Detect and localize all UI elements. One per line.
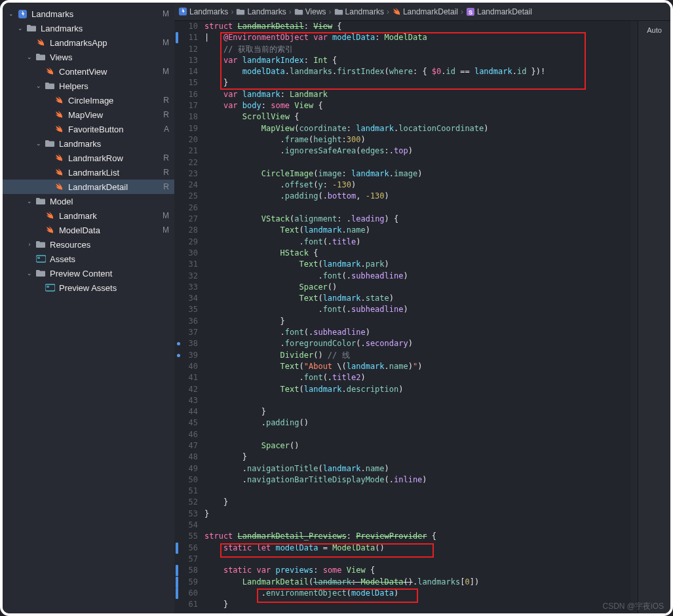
code-line[interactable]: [204, 520, 631, 531]
code-line[interactable]: }: [204, 497, 631, 508]
line-number: 30: [180, 248, 198, 259]
breadcrumb[interactable]: Landmarks›Landmarks›Views›Landmarks›Land…: [174, 3, 670, 21]
code-editor[interactable]: 1011121314151617181920212223242526272829…: [174, 21, 638, 613]
breadcrumb-item[interactable]: SLandmarkDetail: [466, 7, 532, 16]
code-line[interactable]: | @EnvironmentObject var modelData: Mode…: [204, 32, 631, 43]
code-line[interactable]: Text(landmark.description): [204, 384, 631, 395]
breadcrumb-item[interactable]: Views: [294, 7, 326, 16]
breadcrumb-item[interactable]: Landmarks: [334, 7, 384, 16]
code-line[interactable]: .foregroundColor(.secondary): [204, 338, 631, 349]
code-line[interactable]: .font(.subheadline): [204, 304, 631, 315]
code-line[interactable]: [204, 486, 631, 497]
code-line[interactable]: }: [204, 406, 631, 417]
disclosure-open-icon[interactable]: ⌄: [8, 10, 14, 17]
disclosure-open-icon[interactable]: ⌄: [35, 140, 42, 147]
breadcrumb-item[interactable]: Landmarks: [178, 7, 228, 16]
preview-mode-label[interactable]: Auto: [647, 26, 662, 613]
code-line[interactable]: .offset(y: -130): [204, 180, 631, 191]
code-line[interactable]: Text(landmark.park): [204, 259, 631, 270]
code-line[interactable]: MapView(coordinate: landmark.locationCoo…: [204, 123, 631, 134]
code-line[interactable]: struct LandmarkDetail: View {: [204, 21, 631, 32]
code-line[interactable]: .ignoresSafeArea(edges:.top): [204, 145, 631, 157]
tree-item-resources[interactable]: ›Resources: [3, 237, 174, 252]
code-line[interactable]: }: [204, 77, 631, 88]
tree-item-landmarks[interactable]: ⌄Landmarks: [3, 136, 174, 151]
code-line[interactable]: .font(.subheadline): [204, 327, 631, 338]
code-line[interactable]: [204, 429, 631, 440]
breadcrumb-item[interactable]: LandmarkDetail: [392, 7, 458, 16]
code-line[interactable]: ScrollView {: [204, 111, 631, 123]
code-line[interactable]: .font(.subheadline): [204, 271, 631, 282]
code-line[interactable]: modelData.landmarks.firstIndex(where: { …: [204, 66, 631, 77]
disclosure-open-icon[interactable]: ⌄: [26, 54, 33, 60]
project-navigator[interactable]: ⌄LandmarksM⌄Landmarks▸LandmarksAppM⌄View…: [3, 3, 174, 613]
code-line[interactable]: struct LandmarkDetail_Previews: PreviewP…: [204, 531, 631, 542]
tree-item-landmarks[interactable]: ⌄Landmarks: [3, 21, 174, 35]
preview-panel[interactable]: Auto: [638, 21, 670, 613]
tree-item-landmarksapp[interactable]: ▸LandmarksAppM: [3, 35, 174, 50]
disclosure-open-icon[interactable]: ⌄: [26, 270, 33, 277]
tree-item-circleimage[interactable]: ▸CircleImageR: [3, 93, 174, 107]
code-line[interactable]: }: [204, 599, 631, 610]
code-line[interactable]: Text(landmark.state): [204, 293, 631, 304]
code-line[interactable]: Text(landmark.name): [204, 225, 631, 236]
code-line[interactable]: // 获取当前的索引: [204, 44, 631, 55]
code-area[interactable]: struct LandmarkDetail: View {| @Environm…: [204, 21, 631, 613]
disclosure-open-icon[interactable]: ⌄: [35, 83, 42, 89]
minimap[interactable]: [631, 21, 638, 613]
file-tree[interactable]: ⌄LandmarksM⌄Landmarks▸LandmarksAppM⌄View…: [3, 7, 174, 613]
tree-item-landmark[interactable]: ▸LandmarkM: [3, 208, 174, 223]
tree-item-helpers[interactable]: ⌄Helpers: [3, 79, 174, 93]
tree-item-landmarks[interactable]: ⌄LandmarksM: [3, 7, 174, 21]
tree-item-preview-assets[interactable]: ▸Preview Assets: [3, 280, 174, 295]
code-line[interactable]: }: [204, 316, 631, 327]
svg-text:S: S: [469, 9, 472, 15]
tree-item-landmarkdetail[interactable]: ▸LandmarkDetailR: [3, 180, 174, 194]
code-line[interactable]: }: [204, 509, 631, 520]
code-line[interactable]: LandmarkDetail(landmark: ModelData().lan…: [204, 577, 631, 588]
disclosure-open-icon[interactable]: ⌄: [26, 198, 33, 204]
tree-item-favoritebutton[interactable]: ▸FavoriteButtonA: [3, 122, 174, 136]
code-line[interactable]: VStack(alignment: .leading) {: [204, 214, 631, 225]
code-line[interactable]: Divider() // 线: [204, 350, 631, 361]
disclosure-closed-icon[interactable]: ›: [26, 241, 33, 248]
code-line[interactable]: HStack {: [204, 248, 631, 259]
tree-item-modeldata[interactable]: ▸ModelDataM: [3, 223, 174, 237]
breadcrumb-item[interactable]: Landmarks: [236, 7, 286, 16]
code-line[interactable]: static let modelData = ModelData(): [204, 543, 631, 554]
tree-item-assets[interactable]: ▸Assets: [3, 252, 174, 266]
folder-icon: [45, 81, 55, 91]
code-line[interactable]: .environmentObject(modelData): [204, 588, 631, 599]
code-line[interactable]: [204, 395, 631, 406]
code-line[interactable]: CircleImage(image: landmark.image): [204, 168, 631, 180]
code-line[interactable]: var landmark: Landmark: [204, 89, 631, 100]
code-line[interactable]: [204, 202, 631, 214]
tree-item-landmarkrow[interactable]: ▸LandmarkRowR: [3, 151, 174, 165]
code-line[interactable]: .font(.title): [204, 237, 631, 248]
code-line[interactable]: static var previews: some View {: [204, 565, 631, 576]
line-number: 50: [180, 474, 198, 486]
code-line[interactable]: Spacer(): [204, 282, 631, 293]
code-line[interactable]: .navigationTitle(landmark.name): [204, 463, 631, 474]
code-line[interactable]: var landmarkIndex: Int {: [204, 55, 631, 66]
code-line[interactable]: .padding(): [204, 417, 631, 429]
code-line[interactable]: }: [204, 452, 631, 463]
tree-item-mapview[interactable]: ▸MapViewR: [3, 107, 174, 122]
tree-item-views[interactable]: ⌄Views: [3, 50, 174, 64]
disclosure-open-icon[interactable]: ⌄: [17, 25, 24, 31]
tree-item-preview-content[interactable]: ⌄Preview Content: [3, 266, 174, 280]
breakpoint-indicator[interactable]: [177, 354, 180, 357]
code-line[interactable]: var body: some View {: [204, 100, 631, 111]
tree-item-contentview[interactable]: ▸ContentViewM: [3, 64, 174, 79]
tree-item-model[interactable]: ⌄Model: [3, 194, 174, 208]
code-line[interactable]: Spacer(): [204, 440, 631, 452]
code-line[interactable]: [204, 157, 631, 168]
code-line[interactable]: Text("About \(landmark.name)"): [204, 361, 631, 372]
code-line[interactable]: .frame(height:300): [204, 134, 631, 145]
code-line[interactable]: [204, 554, 631, 565]
tree-item-landmarklist[interactable]: ▸LandmarkListR: [3, 165, 174, 180]
code-line[interactable]: .font(.title2): [204, 372, 631, 383]
code-line[interactable]: .navigationBarTitleDisplayMode(.inline): [204, 474, 631, 486]
breadcrumb-label: Landmarks: [189, 7, 228, 16]
code-line[interactable]: .padding(.bottom, -130): [204, 191, 631, 202]
